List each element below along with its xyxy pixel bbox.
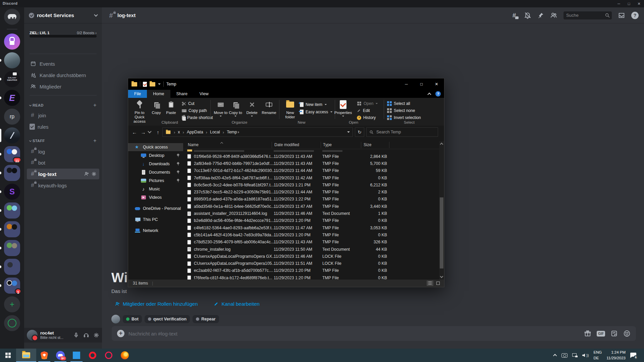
breadcrumb-segment[interactable]: › Local [204, 130, 220, 135]
server-icon[interactable] [0, 51, 24, 70]
message-input[interactable] [128, 331, 580, 337]
add-members-link[interactable]: Mitglieder oder Rollen hinzufügen [115, 301, 198, 307]
recent-locations-icon[interactable] [148, 129, 151, 133]
forward-button[interactable]: → [139, 129, 148, 135]
taskbar-vscode[interactable] [68, 349, 85, 362]
column-size[interactable]: Size [364, 142, 371, 147]
channel-bot[interactable]: # bot [27, 157, 99, 168]
taskbar-opera-gx[interactable] [101, 349, 117, 362]
role-chip[interactable]: qwct Verification [145, 315, 190, 323]
member-list-icon[interactable] [550, 12, 557, 19]
invite-people-icon[interactable] [84, 171, 89, 177]
refresh-button[interactable]: ↻ [355, 127, 364, 137]
file-row[interactable]: assistant_installer_20231129114604.log 1… [183, 210, 439, 217]
file-row[interactable]: c78d5230-2596-4079-bf65-ab006c40ac4c....… [183, 239, 439, 246]
easy-access-button[interactable]: Easy access [300, 109, 333, 115]
delete-button[interactable]: Delete [244, 100, 260, 117]
server-icon[interactable]: 11 [0, 145, 24, 164]
new-item-button[interactable]: New item [300, 101, 327, 108]
sidebar-item-browse-channels[interactable]: Kanäle durchstöbern [27, 70, 99, 80]
server-icon[interactable]: E [0, 88, 24, 107]
breadcrumb-segment[interactable]: › x [172, 130, 180, 135]
column-type[interactable]: Type [323, 142, 332, 147]
breadcrumb-segment[interactable]: › Temp [221, 130, 237, 135]
file-row[interactable]: 8c6c5ec6-3cc2-4dee-b078-fdfea61bf297.t..… [183, 181, 439, 188]
headphones-icon[interactable] [83, 332, 89, 338]
add-channel-icon[interactable]: + [93, 138, 97, 144]
server-icon[interactable] [0, 7, 24, 26]
tab-home[interactable]: Home [147, 90, 170, 98]
server-header[interactable]: roc4et Services [24, 7, 102, 23]
server-icon[interactable]: 1 [0, 276, 24, 295]
nav-pane-item[interactable]: Videos [128, 193, 183, 201]
file-row[interactable]: CUsersxAppDataLocalProgramsOpera105... 1… [183, 260, 439, 267]
large-icons-view-button[interactable] [435, 281, 441, 286]
gear-icon[interactable] [91, 171, 97, 177]
gift-icon[interactable] [584, 330, 591, 337]
cut-button[interactable]: Cut [182, 100, 195, 107]
file-row[interactable]: c4fe6182-5364-4ae0-8293-aafbb6a2e53f.t..… [183, 224, 439, 231]
copy-to-button[interactable]: Copy to [227, 100, 244, 117]
tab-file[interactable]: File [128, 90, 147, 98]
role-chip[interactable]: Bot [123, 315, 142, 323]
gear-icon[interactable] [93, 332, 99, 338]
taskbar-opera[interactable] [85, 349, 101, 362]
discord-maximize-button[interactable]: □ [624, 0, 634, 7]
history-button[interactable]: History [357, 114, 376, 121]
address-dropdown-icon[interactable] [347, 131, 350, 133]
scroll-down-icon[interactable] [440, 275, 443, 278]
server-icon[interactable] [0, 126, 24, 145]
file-row[interactable]: 89850f1d-aded-437b-a0da-a1b86187ea51... … [183, 196, 439, 203]
taskbar-brave[interactable] [36, 349, 52, 362]
server-icon[interactable]: S [0, 182, 24, 201]
scroll-up-icon[interactable] [440, 143, 443, 146]
explorer-close-button[interactable]: ✕ [429, 78, 444, 90]
file-row[interactable]: 7eff38aa-bd20-42e5-8f64-2a6787acb6ff.t..… [183, 174, 439, 181]
move-to-button[interactable]: Move to [213, 100, 229, 117]
server-icon[interactable] [0, 201, 24, 220]
breadcrumb-segment[interactable]: › AppData [181, 130, 203, 135]
paste-shortcut-button[interactable]: Paste shortcut [182, 114, 213, 121]
start-button[interactable] [0, 349, 16, 362]
taskbar-file-explorer[interactable] [16, 349, 36, 362]
minimize-ribbon-icon[interactable] [427, 93, 431, 96]
details-view-button[interactable] [427, 281, 433, 286]
category-staff[interactable]: STAFF + [27, 137, 99, 145]
nav-pane-item[interactable]: Desktop [128, 152, 183, 160]
meet-now-icon[interactable] [561, 353, 568, 358]
nav-pane-item[interactable]: Network [128, 227, 183, 235]
message-composer[interactable]: + GIF [112, 326, 636, 341]
server-icon[interactable] [0, 26, 24, 32]
properties-button[interactable]: Properties [332, 100, 354, 117]
file-row[interactable]: c5b141a4-462f-4106-ba42-7e83c89a78da....… [183, 231, 439, 238]
nav-pane-item[interactable]: Downloads [128, 160, 183, 168]
notifications-muted-icon[interactable] [524, 12, 531, 19]
server-icon[interactable] [0, 257, 24, 276]
explorer-search[interactable] [366, 127, 438, 137]
server-icon[interactable] [0, 239, 24, 257]
copy-path-button[interactable]: Copy path [182, 107, 207, 114]
file-row[interactable]: 237c53b7-bcc5-4b22-b229-e3050fe75b91... … [183, 188, 439, 195]
tab-share[interactable]: Share [170, 90, 194, 98]
category-read[interactable]: READ + [27, 101, 99, 109]
nav-pane-item[interactable]: Pictures [128, 177, 183, 185]
nav-pane-item[interactable]: Quick access [128, 143, 183, 151]
emoji-icon[interactable] [623, 330, 631, 337]
threads-icon[interactable]: # [511, 12, 518, 19]
file-row[interactable]: 2af834e8-775d-4f92-bb6b-79971de1e0df....… [183, 160, 439, 167]
edit-channel-link[interactable]: Kanal bearbeiten [214, 301, 259, 307]
properties-qat-icon[interactable] [143, 82, 147, 87]
clock[interactable]: 1:24 PM 11/29/2023 [606, 350, 626, 361]
discord-minimize-button[interactable]: ─ [614, 0, 624, 7]
explorer-titlebar[interactable]: Temp ─ □ ✕ [128, 78, 444, 90]
server-icon[interactable] [0, 32, 24, 51]
sidebar-item-events[interactable]: Events [27, 58, 99, 69]
explorer-search-input[interactable] [376, 130, 430, 134]
breadcrumb[interactable]: › x › AppData › Local › Temp › [162, 127, 353, 137]
column-date[interactable]: Date modified [274, 142, 299, 147]
pin-icon[interactable] [537, 12, 544, 19]
copy-button[interactable]: Copy [149, 100, 164, 115]
edit-button[interactable]: Edit [357, 107, 370, 114]
back-button[interactable]: ← [130, 129, 139, 135]
language-indicator[interactable]: ENG DE [593, 350, 602, 361]
